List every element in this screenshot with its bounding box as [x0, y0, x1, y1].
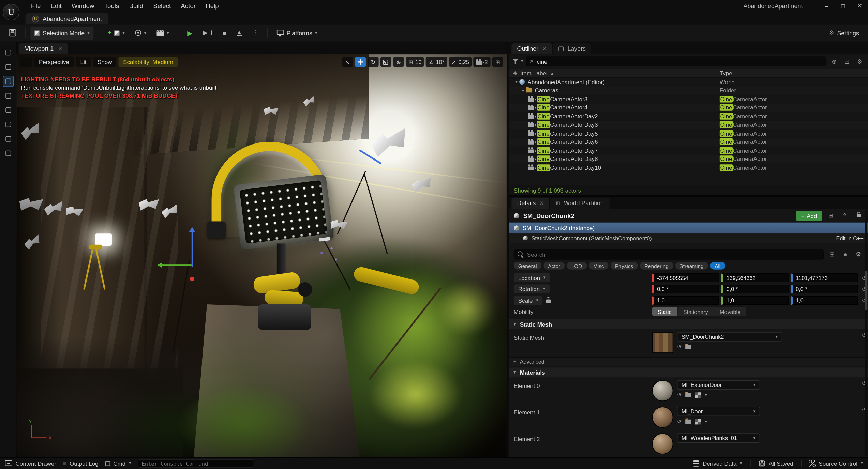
mobility-static[interactable]: Static	[652, 307, 677, 316]
add-actor-button[interactable]: + ▾	[104, 26, 129, 40]
filter-rendering[interactable]: Rendering	[640, 262, 673, 270]
console-command-box[interactable]	[138, 459, 254, 467]
browse-icon[interactable]	[686, 393, 692, 397]
filter-streaming[interactable]: Streaming	[675, 262, 708, 270]
close-button[interactable]: ✕	[851, 0, 868, 12]
add-component-button[interactable]: + Add	[796, 211, 822, 221]
platforms-dropdown[interactable]: Platforms ▾	[273, 26, 321, 40]
material-utility-icon[interactable]	[695, 419, 701, 424]
filter-actor[interactable]: Actor	[543, 262, 565, 270]
settings-button[interactable]: ⚙ Settings	[825, 26, 863, 40]
component-row[interactable]: StaticMeshComponent (StaticMeshComponent…	[509, 233, 868, 243]
browse-icon[interactable]	[686, 345, 692, 349]
frame-skip-button[interactable]: ▶	[199, 26, 216, 40]
menu-window[interactable]: Window	[66, 0, 99, 12]
filter-physics[interactable]: Physics	[611, 262, 638, 270]
select-tool-button[interactable]: ↖	[342, 57, 353, 67]
outliner-header[interactable]: ◉ Item Label ▲ Type	[509, 69, 868, 77]
outliner-search-input[interactable]	[537, 58, 823, 64]
blueprints-button[interactable]: ▾	[131, 26, 150, 40]
scrollbar-thumb[interactable]	[865, 271, 867, 310]
edit-in-cpp-link[interactable]: Edit in C++	[836, 235, 864, 241]
level-tab[interactable]: U AbandonedApartment	[26, 13, 109, 24]
expander-icon[interactable]: ▾	[514, 79, 519, 85]
filter-all[interactable]: All	[710, 262, 725, 270]
eject-button[interactable]: ▲	[233, 26, 245, 40]
chevron-down-icon[interactable]: ▾	[521, 59, 523, 64]
scale-y-field[interactable]: 1,0	[721, 296, 789, 305]
outliner-row-camera[interactable]: CineCameraActorDay8 CineCameraActor	[509, 155, 868, 163]
output-log-button[interactable]: ≡ Output Log	[63, 460, 98, 466]
material-thumbnail[interactable]	[652, 380, 673, 401]
display-options-button[interactable]: ⊞	[826, 211, 836, 220]
location-dropdown[interactable]: Location▾	[514, 273, 550, 282]
derived-data-button[interactable]: Derived Data ▾	[693, 460, 742, 466]
close-icon[interactable]: ✕	[539, 200, 543, 206]
details-settings-button[interactable]: ⚙	[854, 249, 864, 259]
material-asset-dropdown[interactable]: MI_Door▾	[677, 407, 760, 416]
filter-lod[interactable]: LOD	[567, 262, 587, 270]
filter-general[interactable]: General	[514, 262, 541, 270]
selection-mode-dropdown[interactable]: Selection Mode ▾	[30, 26, 93, 40]
menu-help[interactable]: Help	[201, 0, 224, 12]
rotation-x-field[interactable]: 0,0 °	[652, 285, 719, 293]
gizmo-y-axis[interactable]	[162, 264, 192, 266]
close-icon[interactable]: ✕	[542, 46, 546, 51]
material-thumbnail[interactable]	[652, 407, 673, 428]
outliner-row-camera[interactable]: CineCameraActorDay7 CineCameraActor	[509, 146, 868, 155]
mobility-movable[interactable]: Movable	[714, 307, 746, 316]
clear-search-icon[interactable]: ✕	[530, 59, 534, 64]
add-filter-button[interactable]: ⊕	[829, 57, 839, 66]
tab-layers[interactable]: Layers	[553, 43, 591, 54]
details-search-box[interactable]	[514, 249, 824, 259]
use-selected-asset-icon[interactable]: ↺	[677, 419, 682, 425]
advanced-expander[interactable]: ▸ Advanced	[509, 357, 868, 365]
outliner-row-camera[interactable]: CineCameraActorDay6 CineCameraActor	[509, 137, 868, 146]
cinematics-button[interactable]: ▾	[153, 26, 173, 40]
use-selected-asset-icon[interactable]: ↺	[677, 344, 682, 350]
outliner-row-camera[interactable]: CineCameraActorDay3 CineCameraActor	[509, 120, 868, 129]
rotation-z-field[interactable]: 0,0 °	[791, 285, 858, 293]
viewport-canvas[interactable]: Y X ≡ Perspective Lit Show Scalability: …	[17, 54, 507, 457]
rotate-tool-button[interactable]: ↻	[368, 57, 378, 67]
browse-icon[interactable]	[686, 419, 692, 424]
item-label-column[interactable]: Item Label	[520, 70, 548, 76]
rotation-dropdown[interactable]: Rotation▾	[514, 285, 550, 293]
section-static-mesh[interactable]: ▾ Static Mesh	[509, 319, 868, 329]
scale-snap-button[interactable]: ↗0,25	[449, 57, 472, 67]
minimize-button[interactable]: –	[818, 0, 835, 12]
expander-icon[interactable]: ▾	[520, 88, 526, 93]
mode-icon-5[interactable]	[2, 105, 13, 116]
menu-tools[interactable]: Tools	[99, 0, 124, 12]
viewport-tab[interactable]: Viewport 1 ✕	[19, 43, 68, 54]
mode-icon-1[interactable]	[2, 47, 13, 58]
location-y-field[interactable]: 139,564362	[721, 273, 789, 282]
column-options-button[interactable]: ⊞	[842, 57, 852, 66]
property-matrix-button[interactable]: ⊞	[827, 249, 837, 259]
mode-icon-8[interactable]	[2, 148, 13, 159]
source-control-button[interactable]: Source Control ▾	[809, 460, 863, 466]
rotation-snap-button[interactable]: ∠10°	[426, 57, 447, 67]
menu-actor[interactable]: Actor	[176, 0, 201, 12]
close-icon[interactable]: ✕	[58, 46, 62, 51]
help-button[interactable]: ?	[840, 211, 850, 220]
outliner-row-camera[interactable]: CineCameraActorDay5 CineCameraActor	[509, 129, 868, 137]
unreal-logo[interactable]: U	[3, 4, 19, 20]
camera-speed-button[interactable]: 2	[474, 57, 491, 67]
outliner-row-folder[interactable]: ▾ Cameras Folder	[509, 86, 868, 94]
content-drawer-button[interactable]: Content Drawer	[5, 460, 56, 466]
menu-select[interactable]: Select	[148, 0, 176, 12]
maximize-button[interactable]: □	[835, 0, 852, 12]
scale-x-field[interactable]: 1,0	[652, 296, 719, 305]
scale-tool-button[interactable]	[380, 57, 391, 67]
menu-build[interactable]: Build	[124, 0, 148, 12]
mode-icon-4[interactable]	[2, 90, 13, 101]
rotation-y-field[interactable]: 0,0 °	[721, 285, 789, 293]
static-mesh-thumbnail[interactable]	[652, 332, 673, 353]
static-mesh-asset-dropdown[interactable]: SM_DoorChunk2▾	[677, 332, 782, 342]
outliner-settings-button[interactable]: ⚙	[855, 57, 865, 66]
visibility-column-icon[interactable]: ◉	[513, 70, 518, 76]
outliner-row-camera[interactable]: CineCameraActorDay10 CineCameraActor	[509, 163, 868, 172]
play-options-button[interactable]: ⋮	[248, 26, 262, 40]
outliner-row-camera[interactable]: CineCameraActor3 CineCameraActor	[509, 95, 868, 103]
